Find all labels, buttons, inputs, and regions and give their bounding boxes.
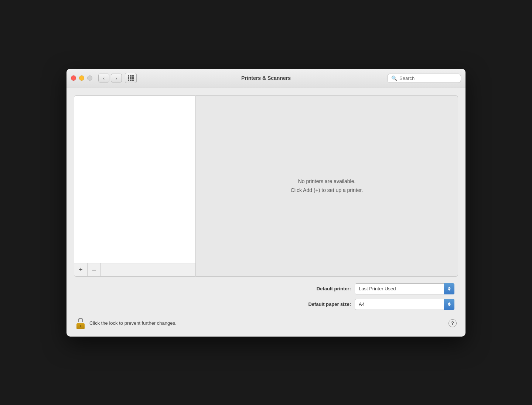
grid-icon: [128, 75, 134, 81]
no-printers-line1: No printers are available.: [291, 177, 363, 186]
grid-view-button[interactable]: [125, 73, 137, 83]
lock-text: Click the lock to prevent further change…: [89, 320, 177, 326]
titlebar: ‹ › Printers & Scanners 🔍: [66, 69, 466, 88]
search-icon: 🔍: [391, 75, 397, 81]
printer-list: [74, 96, 195, 263]
lock-shackle: [78, 318, 83, 322]
close-button[interactable]: [71, 75, 76, 81]
footer: Click the lock to prevent further change…: [74, 317, 458, 329]
default-paper-select[interactable]: A4: [355, 299, 454, 310]
traffic-lights: [71, 75, 92, 81]
back-button[interactable]: ‹: [98, 74, 109, 82]
window-title: Printers & Scanners: [241, 75, 291, 81]
default-printer-row: Default printer: Last Printer Used: [299, 283, 454, 294]
default-paper-select-wrapper: A4: [355, 299, 454, 310]
back-icon: ‹: [103, 75, 105, 81]
nav-buttons: ‹ ›: [98, 74, 122, 82]
default-printer-select[interactable]: Last Printer Used: [355, 283, 454, 294]
no-printers-line2: Click Add (+) to set up a printer.: [291, 186, 363, 195]
main-content: + – No printers are available. Click Add…: [66, 88, 466, 337]
search-bar[interactable]: 🔍: [387, 74, 461, 83]
lock-keyhole: [80, 325, 81, 327]
main-window: ‹ › Printers & Scanners 🔍: [66, 69, 466, 337]
default-printer-select-wrapper: Last Printer Used: [355, 283, 454, 294]
list-controls: + –: [74, 263, 195, 276]
forward-icon: ›: [116, 75, 117, 81]
help-button[interactable]: ?: [449, 319, 457, 327]
bottom-controls: Default printer: Last Printer Used Defau…: [74, 283, 458, 310]
minimize-button[interactable]: [79, 75, 84, 81]
lock-button[interactable]: Click the lock to prevent further change…: [75, 317, 177, 329]
default-paper-label: Default paper size:: [299, 301, 351, 307]
remove-printer-button[interactable]: –: [88, 263, 101, 277]
lock-body: [76, 323, 85, 329]
printer-status-panel: No printers are available. Click Add (+)…: [196, 95, 458, 277]
default-paper-row: Default paper size: A4: [299, 299, 454, 310]
forward-button[interactable]: ›: [111, 74, 122, 82]
search-input[interactable]: [399, 75, 457, 81]
printer-list-panel: + –: [74, 95, 196, 277]
remove-icon: –: [92, 266, 96, 274]
help-icon: ?: [451, 320, 454, 326]
maximize-button: [87, 75, 92, 81]
panels: + – No printers are available. Click Add…: [74, 95, 458, 277]
add-icon: +: [79, 266, 83, 274]
no-printers-message: No printers are available. Click Add (+)…: [291, 177, 363, 195]
default-printer-label: Default printer:: [299, 286, 351, 291]
add-printer-button[interactable]: +: [74, 263, 88, 277]
lock-icon: [75, 317, 86, 329]
